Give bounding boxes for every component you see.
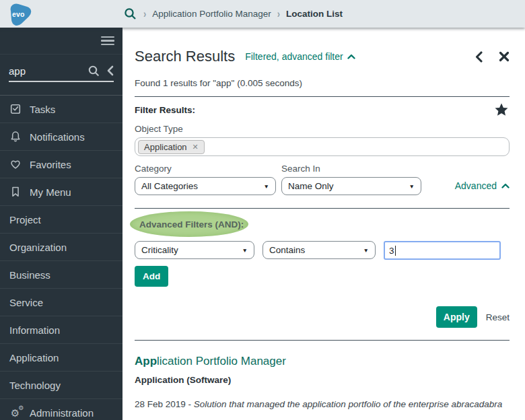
breadcrumb-separator-icon: › (277, 7, 280, 20)
logo-text: evo (12, 10, 25, 18)
application-window: evo › Application Portfolio Manager › Lo… (0, 0, 525, 420)
filter-field-select[interactable]: Criticality ▼ (135, 241, 254, 259)
back-icon[interactable] (475, 51, 483, 63)
apply-button[interactable]: Apply (436, 306, 477, 328)
sidebar-item-tasks[interactable]: Tasks (0, 95, 123, 123)
sidebar-nav: Tasks Notifications Favorites (0, 95, 123, 420)
filter-value-text: 3 (389, 246, 394, 256)
filter-operator-value: Contains (269, 245, 305, 255)
reset-link[interactable]: Reset (486, 312, 510, 322)
sidebar-item-service[interactable]: Service (0, 288, 123, 316)
divider (135, 340, 510, 341)
dropdown-arrow-icon: ▼ (242, 247, 248, 254)
dropdown-arrow-icon: ▼ (363, 247, 369, 254)
sidebar-item-project[interactable]: Project (0, 205, 123, 233)
sidebar-item-label: Favorites (30, 159, 71, 170)
sidebar-item-label: Administration (30, 407, 94, 419)
sidebar-item-label: Service (9, 297, 43, 308)
sidebar-item-label: Technology (9, 380, 61, 391)
sidebar-search-input[interactable]: app (9, 55, 114, 82)
remove-chip-icon[interactable]: ✕ (193, 143, 199, 151)
result-title-rest: lication Portfolio Manager (157, 355, 286, 368)
filter-operator-select[interactable]: Contains ▼ (262, 241, 376, 259)
filter-field-value: Criticality (141, 245, 178, 255)
administration-gears-icon: ⚙⚙ (9, 407, 22, 419)
breadcrumb-separator-icon: › (143, 7, 146, 20)
menu-icon[interactable] (101, 34, 114, 48)
results-summary: Found 1 results for "app" (0.005 seconds… (135, 78, 510, 88)
breadcrumb-item-location-list: Location List (286, 9, 343, 19)
search-in-select[interactable]: Name Only ▼ (281, 177, 421, 195)
evo-logo[interactable]: evo (7, 2, 32, 26)
result-type: Application (Software) (135, 375, 510, 385)
sidebar-top-row (0, 28, 123, 55)
result-title-highlight: App (135, 355, 157, 368)
search-in-value: Name Only (288, 181, 334, 191)
tasks-icon (9, 103, 22, 116)
sidebar-item-label: Business (9, 269, 50, 281)
sidebar-item-information[interactable]: Information (0, 316, 123, 343)
notifications-icon (9, 131, 22, 143)
filter-state-caret-icon (347, 54, 355, 59)
sidebar: app (0, 28, 123, 420)
chip-label: Application (144, 142, 187, 152)
advanced-toggle[interactable]: Advanced (455, 180, 510, 191)
sidebar-item-application[interactable]: Application (0, 343, 123, 371)
favorite-star-icon[interactable] (493, 102, 510, 118)
close-icon[interactable] (499, 51, 510, 62)
sidebar-item-label: Information (9, 324, 60, 336)
sidebar-item-label: Notifications (30, 131, 85, 143)
sidebar-item-label: Application (9, 352, 59, 363)
breadcrumb: › Application Portfolio Manager › Locati… (123, 7, 343, 21)
object-type-chip[interactable]: Application ✕ (138, 140, 205, 154)
sidebar-item-technology[interactable]: Technology (0, 371, 123, 398)
filter-state-toggle[interactable]: Filtered, advanced filter (245, 51, 355, 62)
sidebar-item-notifications[interactable]: Notifications (0, 123, 123, 150)
result-description: 28 Feb 2019 - Solution that managed the … (135, 399, 510, 409)
favorites-icon (9, 158, 22, 171)
sidebar-search-value: app (9, 65, 88, 77)
advanced-filters-heading: Advanced Filters (AND): (135, 217, 510, 232)
result-description-text: Solution that managed the application po… (194, 399, 503, 409)
sidebar-item-label: Project (9, 214, 41, 225)
result-date: 28 Feb 2019 - (135, 399, 194, 409)
topbar: evo › Application Portfolio Manager › Lo… (0, 0, 525, 28)
object-type-input[interactable]: Application ✕ (135, 137, 510, 156)
sidebar-search-icon[interactable] (88, 65, 100, 77)
sidebar-item-organization[interactable]: Organization (0, 233, 123, 260)
text-cursor (395, 246, 396, 256)
divider (135, 208, 510, 209)
dropdown-arrow-icon: ▼ (264, 183, 269, 190)
sidebar-item-label: Tasks (30, 104, 55, 115)
category-select[interactable]: All Categories ▼ (135, 177, 276, 195)
category-label: Category (135, 164, 276, 174)
add-filter-button[interactable]: Add (135, 266, 168, 287)
filter-state-label: Filtered, advanced filter (245, 51, 343, 62)
sidebar-item-business[interactable]: Business (0, 260, 123, 288)
breadcrumb-search-icon[interactable] (123, 7, 137, 21)
advanced-caret-icon (501, 183, 510, 188)
search-result-item: Application Portfolio Manager Applicatio… (135, 355, 510, 409)
sidebar-item-my-menu[interactable]: My Menu (0, 178, 123, 205)
sidebar-item-favorites[interactable]: Favorites (0, 150, 123, 178)
sidebar-item-label: Organization (9, 242, 67, 253)
sidebar-collapse-icon[interactable] (106, 65, 114, 76)
page-title: Search Results (135, 48, 235, 65)
category-value: All Categories (141, 181, 198, 191)
advanced-label: Advanced (455, 180, 497, 191)
breadcrumb-item-app-portfolio-manager[interactable]: Application Portfolio Manager (152, 9, 271, 19)
search-results-panel: Search Results Filtered, advanced filter… (123, 28, 525, 420)
divider (135, 96, 510, 97)
dropdown-arrow-icon: ▼ (409, 183, 415, 190)
sidebar-item-administration[interactable]: ⚙⚙ Administration (0, 398, 123, 420)
sidebar-item-label: My Menu (30, 186, 71, 198)
result-title-link[interactable]: Application Portfolio Manager (135, 355, 510, 368)
object-type-label: Object Type (135, 124, 510, 134)
filter-value-input[interactable]: 3 (384, 241, 501, 260)
filter-results-heading: Filter Results: (135, 105, 195, 115)
search-in-label: Search In (281, 164, 421, 174)
my-menu-icon (9, 186, 22, 199)
